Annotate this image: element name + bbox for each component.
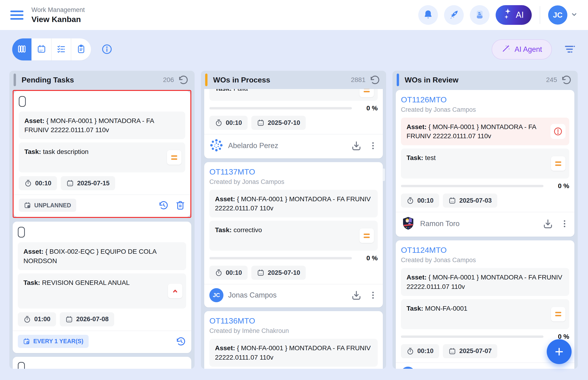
task-card[interactable]: Asset:{ MON-FA-0001 } MONTADORA - FA FRU… (14, 91, 190, 217)
kebab-menu-icon (368, 141, 378, 151)
wo-id-link[interactable]: OT1136MTO (209, 316, 378, 325)
priority-medium-icon (359, 89, 374, 97)
wo-id-link[interactable]: OT1124MTO (401, 246, 569, 255)
notifications-button[interactable] (418, 5, 438, 25)
filter-button[interactable] (564, 44, 576, 55)
app-header: Work Management View Kanban AI (0, 0, 588, 30)
kebab-menu-icon (368, 290, 378, 300)
progress-label: 0 % (357, 254, 378, 262)
duration-chip: 00:10 (401, 344, 439, 358)
progress-row: 0 % (209, 104, 378, 112)
column-wos-in-review: WOs in Review 245 OT1126MTO Created by J… (392, 71, 578, 369)
created-by: Created by Jonas Campos (401, 257, 569, 264)
assignee-avatar: JC (401, 367, 415, 369)
wo-card[interactable]: Task:Falla 0 % 00:10 2025-07-10 (204, 89, 383, 158)
assignee-name: Jonas Campos (228, 291, 351, 299)
refresh-icon (178, 75, 188, 85)
ai-agent-label: AI Agent (515, 45, 542, 54)
history-button[interactable] (159, 200, 169, 210)
refresh-button[interactable] (178, 75, 188, 85)
calendar-x-icon (24, 202, 31, 209)
tab-kanban-view[interactable] (12, 38, 32, 60)
column-pending-tasks: Pending Tasks 206 Asset:{ MON-FA-0001 } … (9, 71, 195, 369)
checklist-icon (57, 44, 66, 55)
download-button[interactable] (351, 290, 362, 301)
kanban-board: Pending Tasks 206 Asset:{ MON-FA-0001 } … (0, 69, 588, 369)
tab-list-view[interactable] (52, 38, 71, 60)
column-body: OT1126MTO Created by Jonas Campos Asset:… (392, 89, 578, 369)
more-options-button[interactable] (368, 290, 378, 300)
created-by: Created by Jonas Campos (401, 106, 569, 114)
wo-id-link[interactable]: OT1126MTO (401, 95, 569, 104)
stopwatch-icon (406, 347, 414, 355)
asset-field: Asset:{ MON-FA-0001 } MONTADORA - FA FRU… (19, 112, 185, 139)
ai-agent-button[interactable]: AI Agent (492, 39, 552, 59)
download-button[interactable] (351, 140, 362, 151)
progress-row: 0 % (209, 254, 378, 262)
task-field: Task:REVISION GENERAL ANUAL (18, 273, 186, 308)
info-icon (101, 44, 113, 56)
task-field: Task:test (401, 149, 569, 178)
task-card[interactable]: Asset:{ BOIX-002-EQC } EQUIPO DE COLA NO… (13, 222, 191, 353)
changelog-button[interactable] (470, 5, 489, 25)
ai-assistant-button[interactable]: AI (496, 5, 532, 25)
bell-icon (423, 9, 433, 21)
column-accent-bar (397, 74, 399, 86)
info-button[interactable] (101, 44, 113, 56)
task-value: task description (43, 148, 89, 155)
task-field: Task:MON-FA-0001 (401, 299, 569, 329)
asset-value: { MON-FA-0001 } MONTADORA - FA FRUNIV 22… (215, 344, 371, 361)
column-header: Pending Tasks 206 (9, 71, 195, 89)
filter-lines-icon (564, 44, 576, 55)
tab-calendar-view[interactable] (32, 38, 52, 60)
column-scrollbar[interactable] (383, 169, 385, 181)
column-title: Pending Tasks (21, 76, 163, 84)
task-checkbox[interactable] (18, 362, 25, 369)
hamburger-menu-icon[interactable] (10, 11, 23, 20)
wo-card[interactable]: OT1137MTO Created by Jonas Campos Asset:… (204, 162, 383, 307)
refresh-button[interactable] (561, 75, 572, 85)
clipboard-icon (76, 44, 86, 55)
task-checkbox[interactable] (18, 227, 25, 238)
date-value: 2025-07-10 (268, 269, 300, 276)
more-options-button[interactable] (560, 219, 569, 228)
assignee-avatar: JC (209, 288, 223, 302)
task-card[interactable]: Asset:{ eqcol-005 } EQUIPO DE COLA NORDS… (13, 357, 191, 369)
download-icon (543, 218, 553, 229)
task-value: Falla (234, 89, 248, 92)
add-button[interactable]: + (547, 339, 572, 364)
date-chip: 2025-07-10 (251, 116, 306, 130)
history-button[interactable] (176, 336, 186, 346)
asset-label: Asset: (406, 274, 427, 281)
duration-chip: 00:10 (209, 116, 248, 130)
wo-id-link[interactable]: OT1137MTO (209, 167, 378, 176)
wo-card[interactable]: OT1136MTO Created by Imène Chakroun Asse… (204, 311, 383, 369)
calendar-icon (65, 316, 73, 323)
asset-field: Asset:{ MON-FA-0001 } MONTADORA - FA FRU… (209, 339, 378, 366)
duration-value: 00:10 (417, 197, 433, 204)
download-button[interactable] (543, 368, 553, 369)
calendar-icon (37, 44, 46, 55)
priority-medium-icon (359, 228, 374, 243)
more-options-button[interactable] (368, 141, 378, 151)
task-checkbox[interactable] (19, 96, 26, 107)
calendar-icon (66, 179, 74, 187)
duration-chip: 00:10 (401, 193, 439, 208)
wo-card[interactable]: OT1126MTO Created by Jonas Campos Asset:… (396, 90, 574, 237)
notes-icon (475, 10, 485, 20)
download-icon (351, 290, 362, 301)
magic-wand-icon (502, 44, 510, 55)
priority-medium-icon (167, 150, 182, 165)
download-button[interactable] (543, 218, 553, 229)
whats-new-button[interactable] (444, 5, 464, 25)
stopwatch-icon (24, 179, 32, 187)
task-label: Task: (23, 279, 40, 286)
asset-label: Asset: (215, 344, 235, 352)
refresh-button[interactable] (370, 75, 380, 85)
assignee-avatar (401, 216, 415, 231)
refresh-icon (370, 75, 380, 85)
delete-button[interactable] (175, 200, 185, 210)
tab-clipboard-view[interactable] (71, 38, 91, 60)
asset-label: Asset: (24, 117, 44, 124)
user-menu[interactable]: JC (548, 5, 578, 25)
